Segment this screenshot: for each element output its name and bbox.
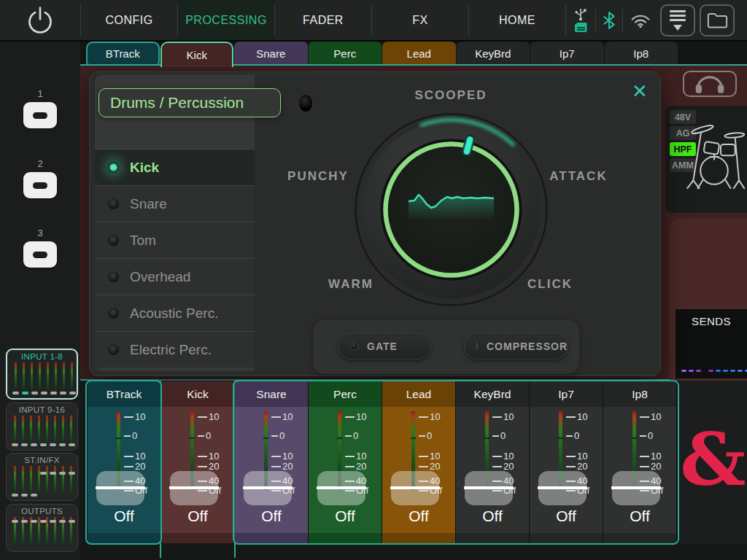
strip-footer (235, 533, 308, 543)
preset-row[interactable]: Electric Perc. (95, 331, 255, 368)
channel-strip: Snare 10 0 10 20 40 Off Off (235, 381, 309, 543)
fader-position-pills (12, 443, 78, 446)
channel-tab[interactable]: BTrack (86, 42, 160, 66)
bluetooth-icon (603, 12, 615, 29)
strip-fader-area: 10 0 10 20 40 Off Off (530, 407, 603, 533)
meter-group-button[interactable]: OUTPUTS (6, 504, 78, 552)
fader-value: Off (603, 508, 676, 525)
knob-word-top: SCOOPED (414, 88, 487, 103)
strip-fader-area: 10 0 10 20 40 Off Off (235, 407, 308, 533)
topbar-menu-item[interactable]: CONFIG (81, 0, 177, 40)
fader-value: Off (382, 508, 455, 525)
send-dash (696, 370, 701, 372)
fader-strips-section: BTrack 10 0 10 20 40 Off Off (80, 381, 747, 560)
preset-label: Overhead (130, 269, 190, 285)
sends-button[interactable]: SENDS (676, 309, 747, 378)
strip-footer (309, 533, 382, 543)
radio-icon (108, 235, 119, 246)
fader-value: Off (235, 508, 308, 525)
strip-name[interactable]: BTrack (88, 381, 160, 407)
channel-tab[interactable]: Ip8 (605, 42, 678, 66)
compressor-led-icon (476, 342, 478, 350)
fader-handle[interactable] (465, 471, 513, 505)
scenes-button[interactable] (660, 4, 695, 36)
preset-row[interactable]: Acoustic Perc. (95, 295, 255, 331)
meter-bars (15, 362, 73, 389)
meter-group-button[interactable]: INPUT 9-16 (6, 402, 78, 451)
gate-button[interactable]: GATE (338, 332, 431, 359)
strip-fader-area: 10 0 10 20 40 Off Off (88, 407, 160, 533)
usb-icon (573, 8, 588, 21)
status-icons (566, 0, 658, 40)
radio-icon (108, 271, 119, 282)
channel-tab[interactable]: Ip7 (530, 42, 604, 66)
scenes-icon (670, 10, 686, 12)
preset-label: Tom (130, 233, 156, 249)
fader-handle[interactable] (244, 471, 292, 505)
preset-row[interactable]: Overhead (95, 258, 255, 295)
meter-group-label: OUTPUTS (7, 505, 77, 516)
channel-tab[interactable]: KeyBrd (457, 42, 530, 66)
tone-knob[interactable] (351, 109, 551, 310)
softkey-button[interactable] (23, 102, 57, 128)
radio-icon (108, 162, 119, 173)
topbar-menu-item[interactable]: FADER (275, 0, 371, 40)
strip-name[interactable]: Lead (382, 381, 455, 407)
brand-logo: & (680, 416, 746, 502)
drumkit-icon (683, 113, 746, 202)
meter-group-button[interactable]: ST.IN/FX (6, 453, 78, 501)
preset-dialog: Kick Snare Tom (89, 71, 661, 376)
channel-tabs: BTrack Kick Snare Perc Lead KeyBrd Ip7 I… (86, 42, 747, 66)
topbar-menu-item[interactable]: HOME (469, 0, 565, 40)
preset-row[interactable]: Snare (95, 185, 255, 222)
library-button[interactable] (700, 4, 735, 36)
strip-footer (603, 533, 676, 543)
softkey: 3 (0, 228, 80, 268)
strip-name[interactable]: Perc (309, 381, 382, 407)
strip-fader-area: 10 0 10 20 40 Off Off (603, 407, 676, 533)
strip-name[interactable]: Ip7 (530, 381, 603, 407)
headphones-button[interactable] (683, 71, 737, 97)
fader-handle[interactable] (538, 471, 587, 505)
divider (595, 9, 596, 32)
channel-tab[interactable]: Kick (160, 42, 234, 67)
topbar-menu-item[interactable]: PROCESSING (178, 0, 274, 40)
channel-tab[interactable]: Snare (234, 42, 308, 66)
fader-value: Off (161, 508, 234, 525)
compressor-button[interactable]: COMPRESSOR (464, 332, 568, 359)
softkey-button[interactable] (23, 172, 57, 198)
channel-tab[interactable]: Lead (382, 42, 456, 66)
brand-panel: & (679, 381, 747, 544)
fader-handle[interactable] (317, 471, 365, 505)
meter-group-button[interactable]: INPUT 1-8 (6, 349, 78, 400)
fader-handle[interactable] (612, 471, 660, 505)
softkey-button[interactable] (23, 241, 57, 268)
strip-fader-area: 10 0 10 20 40 Off Off (161, 407, 234, 533)
meter-bars (14, 466, 72, 493)
strip-name[interactable]: Snare (235, 381, 308, 407)
fader-handle[interactable] (391, 471, 439, 505)
fader-handle[interactable] (170, 471, 218, 505)
radio-icon (108, 308, 119, 319)
preset-row[interactable]: Kick (95, 149, 255, 185)
fader-handle[interactable] (96, 471, 144, 505)
softkey-number: 1 (0, 88, 80, 99)
close-icon[interactable]: ✕ (628, 79, 651, 103)
channel-tab[interactable]: Perc (309, 42, 382, 66)
channel-strip: Ip8 10 0 10 20 40 Off Off (603, 381, 677, 543)
fader-position-pills (12, 494, 78, 497)
topbar-menu-item[interactable]: FX (372, 0, 468, 40)
strip-fader-area: 10 0 10 20 40 Off Off (382, 407, 455, 533)
preset-group-dropdown[interactable]: Drums / Percussion (98, 88, 281, 117)
meter-group-label: INPUT 9-16 (7, 403, 77, 414)
preset-list-panel: Kick Snare Tom (95, 74, 255, 371)
strip-fader-area: 10 0 10 20 40 Off Off (309, 407, 382, 533)
strip-name[interactable]: Ip8 (603, 381, 676, 407)
strip-name[interactable]: Kick (161, 381, 234, 407)
preset-row[interactable]: Tom (95, 222, 255, 258)
processing-page: 48V AG HPF AMM (80, 66, 747, 381)
strip-name[interactable]: KeyBrd (456, 381, 529, 407)
fader-position-pills (12, 545, 78, 548)
power-button[interactable] (0, 0, 80, 40)
send-dash (689, 370, 694, 372)
